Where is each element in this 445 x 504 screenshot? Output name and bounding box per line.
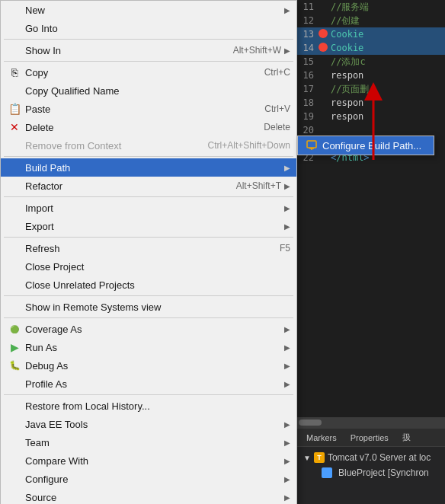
menu-item-close-unrelated[interactable]: Close Unrelated Projects — [1, 276, 296, 294]
code-line-12: 12 //创建 — [297, 14, 445, 27]
project-label: BlueProject [Synchron — [338, 467, 429, 478]
menu-item-copy-qualified[interactable]: Copy Qualified Name — [1, 81, 296, 100]
menu-item-paste[interactable]: 📋 Paste Ctrl+V — [1, 100, 296, 118]
team-arrow: ▶ — [284, 439, 290, 447]
menu-label-profile-as: Profile As — [25, 378, 281, 390]
copy-shortcut: Ctrl+C — [264, 67, 290, 78]
server-item[interactable]: ▼ T Tomcat v7.0 Server at loc — [303, 450, 439, 465]
tab-properties[interactable]: Properties — [344, 432, 395, 444]
tab-extra[interactable]: 扱 — [396, 430, 417, 445]
menu-item-build-path[interactable]: Build Path ▶ — [1, 158, 296, 177]
separator-6 — [4, 295, 293, 296]
configure-arrow: ▶ — [284, 475, 290, 483]
menu-label-debug-as: Debug As — [25, 360, 281, 372]
configure-build-path-label: Configure Build Path... — [322, 140, 421, 152]
menu-item-refactor[interactable]: Refactor Alt+Shift+T ▶ — [1, 177, 296, 195]
menu-item-compare-with[interactable]: Compare With ▶ — [1, 451, 296, 470]
menu-label-go-into: Go Into — [25, 23, 290, 34]
menu-item-import[interactable]: Import ▶ — [1, 199, 296, 217]
menu-item-refresh[interactable]: Refresh F5 — [1, 239, 296, 257]
menu-label-compare-with: Compare With — [25, 455, 281, 467]
separator-5 — [4, 237, 293, 238]
build-path-icon — [7, 160, 22, 175]
menu-item-restore-history[interactable]: Restore from Local History... — [1, 397, 296, 415]
build-path-arrow: ▶ — [284, 164, 290, 172]
tree-expand-icon[interactable]: ▼ — [303, 454, 311, 462]
paste-icon: 📋 — [7, 101, 22, 116]
menu-item-go-into[interactable]: Go Into — [1, 19, 296, 37]
delete-icon: ✕ — [7, 120, 22, 135]
project-item[interactable]: BlueProject [Synchron — [303, 465, 439, 480]
copy-qualified-icon — [7, 83, 22, 98]
new-arrow: ▶ — [284, 6, 290, 14]
close-unrelated-icon — [7, 277, 22, 292]
menu-item-show-remote[interactable]: Show in Remote Systems view — [1, 298, 296, 316]
team-icon — [7, 435, 22, 450]
profile-as-arrow: ▶ — [284, 380, 290, 388]
separator-8 — [4, 394, 293, 395]
menu-item-configure[interactable]: Configure ▶ — [1, 470, 296, 488]
refactor-arrow: ▶ — [284, 182, 290, 190]
bottom-panel: Markers Properties 扱 ▼ T Tomcat v7.0 Ser… — [297, 428, 445, 504]
code-line-13: 13 Cookie — [297, 27, 445, 41]
horizontal-scrollbar[interactable] — [297, 417, 445, 428]
separator-3 — [4, 156, 293, 157]
svg-rect-1 — [307, 141, 316, 148]
menu-item-profile-as[interactable]: Profile As ▶ — [1, 375, 296, 393]
error-marker-13 — [319, 29, 328, 38]
error-marker-14 — [319, 43, 328, 52]
remove-context-shortcut: Ctrl+Alt+Shift+Down — [208, 140, 290, 151]
menu-label-team: Team — [25, 437, 281, 448]
coverage-as-arrow: ▶ — [284, 325, 290, 333]
run-as-arrow: ▶ — [284, 343, 290, 352]
restore-history-icon — [7, 398, 22, 413]
menu-item-team[interactable]: Team ▶ — [1, 433, 296, 451]
menu-item-close-project[interactable]: Close Project — [1, 257, 296, 276]
svg-rect-0 — [323, 469, 331, 477]
menu-label-java-ee: Java EE Tools — [25, 419, 281, 430]
source-arrow: ▶ — [284, 493, 290, 502]
show-in-icon — [7, 43, 22, 58]
remove-context-icon — [7, 138, 22, 153]
code-line-16: 16 respon — [297, 69, 445, 82]
submenu-item-configure-build-path[interactable]: Configure Build Path... — [298, 136, 434, 155]
separator-7 — [4, 317, 293, 318]
menu-item-coverage-as[interactable]: 🟢 Coverage As ▶ — [1, 320, 296, 338]
server-icon: T — [314, 452, 325, 463]
show-in-shortcut: Alt+Shift+W — [233, 45, 281, 56]
code-line-15: 15 //添加c — [297, 55, 445, 69]
context-menu: New ▶ Go Into Show In Alt+Shift+W ▶ ⎘ Co… — [0, 0, 297, 504]
menu-label-paste: Paste — [25, 104, 252, 115]
menu-item-java-ee[interactable]: Java EE Tools ▶ — [1, 415, 296, 433]
separator-4 — [4, 196, 293, 197]
profile-as-icon — [7, 376, 22, 391]
menu-item-debug-as[interactable]: 🐛 Debug As ▶ — [1, 356, 296, 375]
menu-label-remove-context: Remove from Context — [25, 140, 196, 152]
menu-item-delete[interactable]: ✕ Delete Delete — [1, 118, 296, 136]
menu-item-new[interactable]: New ▶ — [1, 1, 296, 19]
menu-label-source: Source — [25, 492, 281, 503]
menu-item-copy[interactable]: ⎘ Copy Ctrl+C — [1, 63, 296, 81]
menu-label-coverage-as: Coverage As — [25, 324, 281, 335]
source-icon — [7, 490, 22, 504]
code-line-17: 17 //页面删 — [297, 82, 445, 96]
menu-item-source[interactable]: Source ▶ — [1, 488, 296, 504]
separator-2 — [4, 61, 293, 62]
delete-shortcut: Delete — [264, 122, 290, 132]
code-line-18: 18 respon — [297, 96, 445, 110]
debug-as-arrow: ▶ — [284, 362, 290, 370]
menu-item-run-as[interactable]: ▶ Run As ▶ — [1, 338, 296, 356]
server-tree: ▼ T Tomcat v7.0 Server at loc BlueProjec… — [297, 447, 445, 483]
scroll-thumb[interactable] — [299, 419, 322, 426]
menu-label-copy-qualified: Copy Qualified Name — [25, 85, 290, 97]
menu-label-run-as: Run As — [25, 342, 281, 353]
tab-markers[interactable]: Markers — [300, 432, 343, 444]
new-icon — [7, 2, 22, 18]
menu-label-restore-history: Restore from Local History... — [25, 400, 290, 412]
code-line-14: 14 Cookie — [297, 41, 445, 55]
export-arrow: ▶ — [284, 222, 290, 231]
menu-item-export[interactable]: Export ▶ — [1, 217, 296, 235]
go-into-icon — [7, 21, 22, 36]
menu-item-show-in[interactable]: Show In Alt+Shift+W ▶ — [1, 41, 296, 59]
menu-item-remove-context: Remove from Context Ctrl+Alt+Shift+Down — [1, 136, 296, 155]
